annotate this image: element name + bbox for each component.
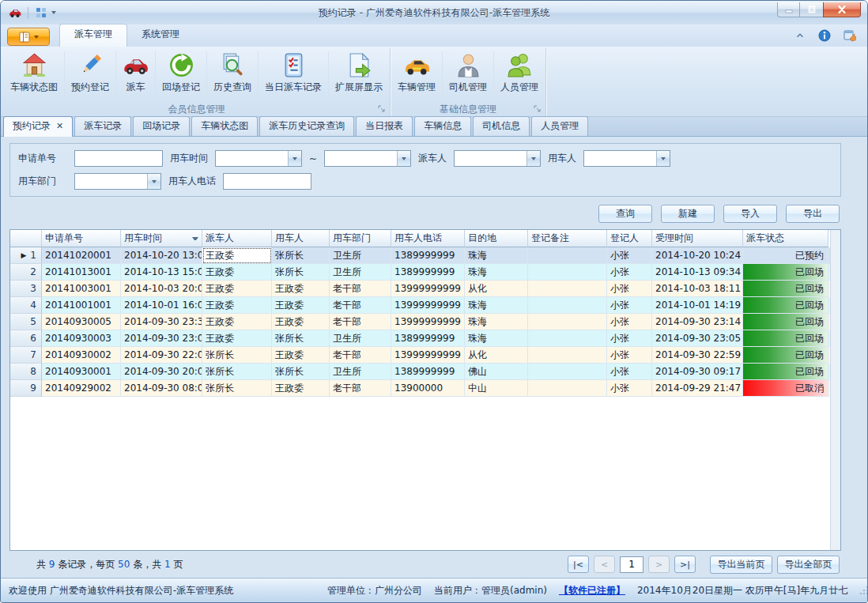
row-indicator-cell[interactable]: 2 — [10, 264, 42, 281]
table-cell[interactable]: 中山 — [465, 380, 528, 397]
table-cell[interactable]: 2014-10-03 20:00 — [121, 281, 202, 297]
ribbon-button[interactable]: 历史查询 — [207, 51, 259, 101]
table-cell[interactable]: 老干部 — [330, 314, 391, 330]
query-button[interactable]: 查询 — [598, 205, 652, 223]
table-cell[interactable]: 小张 — [607, 264, 652, 281]
table-row[interactable]: ▶1201410200012014-10-20 13:00王政委张所长卫生所13… — [10, 247, 830, 264]
ribbon-button[interactable]: 扩展屏显示 — [329, 51, 389, 101]
ribbon-button[interactable]: 回场登记 — [156, 51, 207, 101]
table-cell[interactable]: 张所长 — [202, 380, 272, 397]
dispatch-status-cell[interactable]: 已取消 — [743, 380, 828, 397]
table-cell[interactable] — [528, 314, 607, 330]
minimize-button[interactable] — [777, 2, 800, 17]
close-button[interactable] — [823, 2, 861, 17]
filter-use-time-to-combo[interactable] — [324, 150, 411, 167]
table-cell[interactable] — [528, 330, 607, 347]
table-cell[interactable]: 13900000 — [391, 380, 465, 397]
table-cell[interactable]: 2014-09-30 23:30 — [121, 314, 202, 330]
column-header[interactable]: 申请单号 — [42, 230, 121, 247]
document-tab[interactable]: 车辆状态图 — [191, 116, 258, 136]
export-button[interactable]: 导出 — [786, 205, 840, 223]
table-cell[interactable] — [528, 281, 607, 297]
table-cell[interactable]: 2014-09-30 23:14 — [652, 314, 743, 330]
table-cell[interactable]: 珠海 — [465, 314, 528, 330]
table-cell[interactable]: 2014-10-01 16:00 — [121, 297, 202, 314]
column-header[interactable] — [10, 230, 42, 247]
table-cell[interactable]: 1389999999 — [391, 264, 465, 281]
table-cell[interactable]: 2014-10-20 10:24 — [652, 247, 743, 264]
table-cell[interactable]: 2014-10-01 14:19 — [652, 297, 743, 314]
app-menu-button[interactable] — [7, 28, 50, 46]
table-cell[interactable]: 老干部 — [330, 347, 391, 364]
ribbon-button[interactable]: 派车 — [116, 51, 156, 101]
table-cell[interactable]: 20140930002 — [42, 347, 121, 364]
vertical-scrollbar[interactable] — [830, 230, 840, 550]
export-current-page-button[interactable]: 导出当前页 — [710, 556, 772, 574]
column-header[interactable]: 派车状态 — [743, 230, 828, 247]
table-cell[interactable]: 珠海 — [465, 330, 528, 347]
ribbon-button[interactable]: 人员管理 — [494, 51, 545, 101]
table-cell[interactable]: 20140930001 — [42, 364, 121, 380]
table-cell[interactable]: 王政委 — [202, 330, 272, 347]
table-cell[interactable]: 13999999999 — [391, 314, 465, 330]
table-cell[interactable] — [528, 380, 607, 397]
ribbon-button[interactable]: 车辆状态图 — [4, 51, 65, 101]
software-registered-link[interactable]: 【软件已注册】 — [559, 584, 625, 597]
combo-dropdown-button[interactable] — [147, 174, 160, 189]
column-header[interactable]: 受理时间 — [652, 230, 743, 247]
quick-access-dropdown-icon[interactable] — [51, 11, 56, 14]
table-cell[interactable]: 张所长 — [202, 364, 272, 380]
info-icon[interactable] — [818, 29, 831, 42]
table-cell[interactable] — [528, 247, 607, 264]
document-tab[interactable]: 人员管理 — [531, 116, 588, 136]
row-indicator-cell[interactable]: 4 — [10, 297, 42, 314]
table-cell[interactable] — [528, 364, 607, 380]
combo-dropdown-button[interactable] — [656, 151, 670, 166]
table-row[interactable]: 2201410130012014-10-13 15:00王政委张所长卫生所138… — [10, 264, 830, 281]
table-cell[interactable]: 王政委 — [272, 281, 330, 297]
document-tab[interactable]: 司机信息 — [473, 116, 530, 136]
dialog-launcher-icon[interactable] — [533, 104, 542, 114]
table-cell[interactable]: 小张 — [607, 330, 652, 347]
export-all-pages-button[interactable]: 导出全部页 — [777, 556, 840, 574]
table-cell[interactable]: 13999999999 — [391, 347, 465, 364]
table-cell[interactable]: 从化 — [465, 347, 528, 364]
table-cell[interactable] — [528, 264, 607, 281]
document-tab[interactable]: 当日报表 — [356, 116, 413, 136]
table-cell[interactable]: 王政委 — [202, 314, 272, 330]
table-cell[interactable] — [528, 347, 607, 364]
filter-department-combo[interactable] — [74, 173, 161, 190]
table-cell[interactable]: 王政委 — [272, 380, 330, 397]
table-cell[interactable]: 2014-09-30 20:00 — [121, 364, 202, 380]
column-header[interactable]: 用车人电话 — [391, 230, 465, 247]
table-row[interactable]: 9201409290022014-09-30 08:00张所长王政委老干部139… — [10, 380, 830, 397]
table-cell[interactable]: 2014-09-30 23:00 — [121, 330, 202, 347]
document-tab[interactable]: 回场记录 — [133, 116, 190, 136]
table-cell[interactable]: 张所长 — [272, 330, 330, 347]
table-cell[interactable]: 1389999999 — [391, 330, 465, 347]
table-cell[interactable]: 2014-10-13 15:00 — [121, 264, 202, 281]
column-header[interactable]: 用车时间 — [121, 230, 202, 247]
table-cell[interactable]: 2014-10-03 18:11 — [652, 281, 743, 297]
filter-use-time-from-combo[interactable] — [215, 150, 302, 167]
table-cell[interactable]: 卫生所 — [330, 330, 391, 347]
column-header[interactable]: 登记备注 — [528, 230, 607, 247]
dispatch-status-cell[interactable]: 已回场 — [743, 330, 828, 347]
table-cell[interactable]: 小张 — [607, 380, 652, 397]
dispatch-status-cell[interactable]: 已预约 — [743, 247, 828, 264]
first-page-button[interactable]: |< — [568, 556, 589, 573]
next-page-button[interactable]: > — [648, 556, 670, 573]
last-page-button[interactable]: >| — [674, 556, 696, 573]
ribbon-button[interactable]: 预约登记 — [65, 51, 116, 101]
table-cell[interactable]: 20141003001 — [42, 281, 121, 297]
combo-dropdown-button[interactable] — [288, 151, 301, 166]
row-indicator-cell[interactable]: 8 — [10, 364, 42, 380]
table-cell[interactable]: 老干部 — [330, 380, 391, 397]
table-cell[interactable]: 王政委 — [202, 247, 272, 264]
table-cell[interactable]: 小张 — [607, 347, 652, 364]
row-indicator-cell[interactable]: 6 — [10, 330, 42, 347]
new-button[interactable]: 新建 — [661, 205, 715, 223]
dialog-launcher-icon[interactable] — [377, 104, 387, 114]
document-tab[interactable]: 车辆信息 — [414, 116, 471, 136]
table-row[interactable]: 4201410010012014-10-01 16:00王政委王政委老干部139… — [10, 297, 830, 314]
